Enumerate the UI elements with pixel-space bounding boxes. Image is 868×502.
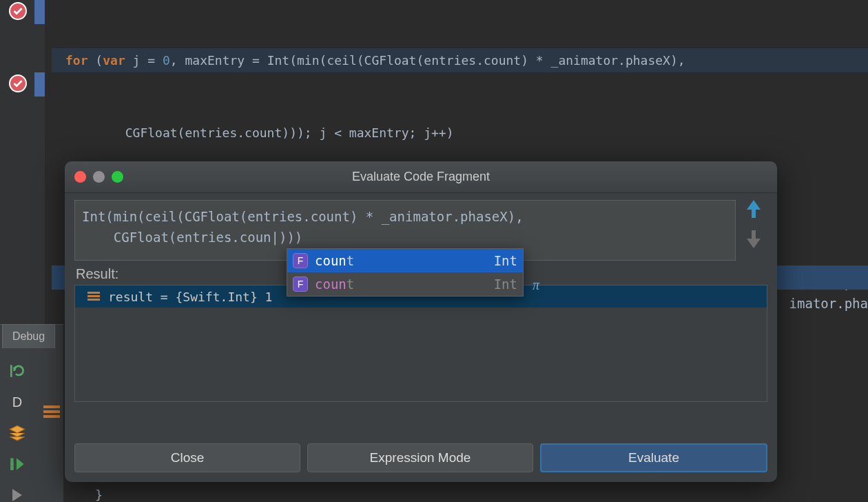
debug-toolbar: D xyxy=(0,354,34,502)
debug-icon[interactable]: D xyxy=(3,388,31,416)
expression-text: CGFloat(entries.coun|))) xyxy=(82,230,302,245)
field-badge-icon: F xyxy=(293,277,308,292)
autocomplete-type: Int xyxy=(494,277,517,292)
resume-icon[interactable] xyxy=(3,450,31,478)
dialog-titlebar[interactable]: Evaluate Code Fragment xyxy=(65,161,777,193)
expression-text: Int(min(ceil(CGFloat(entries.count) * _a… xyxy=(82,209,524,224)
rerun-icon[interactable] xyxy=(3,357,31,385)
editor-gutter xyxy=(0,0,38,324)
step-icon[interactable] xyxy=(3,481,31,502)
code-line: for (var j = 0, maxEntry = Int(min(ceil(… xyxy=(52,48,868,72)
evaluate-dialog: Evaluate Code Fragment Int(min(ceil(CGFl… xyxy=(65,161,777,482)
debug-panel: Debug D xyxy=(0,324,63,502)
frames-icon[interactable] xyxy=(43,405,60,418)
breakpoint-icon[interactable] xyxy=(9,2,27,20)
autocomplete-name: count xyxy=(315,253,354,268)
autocomplete-item[interactable]: F count Int xyxy=(287,272,523,296)
dialog-button-bar: Close Expression Mode Evaluate xyxy=(74,443,767,472)
evaluate-button[interactable]: Evaluate xyxy=(540,443,767,472)
autocomplete-name: count xyxy=(315,277,354,292)
svg-rect-2 xyxy=(10,467,13,470)
result-type-icon xyxy=(87,292,100,301)
result-text: result = {Swift.Int} 1 xyxy=(108,290,272,304)
field-badge-icon: F xyxy=(293,253,308,268)
history-prev-icon[interactable] xyxy=(747,200,761,218)
history-nav xyxy=(740,200,767,248)
history-next-icon[interactable] xyxy=(747,230,761,248)
expression-mode-button[interactable]: Expression Mode xyxy=(307,443,533,472)
result-panel: result = {Swift.Int} 1 xyxy=(74,285,767,402)
close-button[interactable]: Close xyxy=(74,443,300,472)
zoom-window-icon[interactable] xyxy=(112,171,123,183)
gutter-highlight xyxy=(34,72,45,97)
code-line: } xyxy=(52,483,868,502)
autocomplete-popup: F count Int F count Int π xyxy=(287,248,524,297)
autocomplete-type: Int xyxy=(494,253,517,268)
pi-icon[interactable]: π xyxy=(533,277,539,293)
autocomplete-item[interactable]: F count Int xyxy=(287,249,523,272)
svg-rect-1 xyxy=(10,463,13,465)
dialog-title: Evaluate Code Fragment xyxy=(65,170,777,184)
breakpoint-icon[interactable] xyxy=(9,74,27,92)
debug-tab[interactable]: Debug xyxy=(2,324,55,348)
window-controls xyxy=(74,171,123,183)
gutter-highlight xyxy=(34,0,45,24)
stack-icon[interactable] xyxy=(3,419,31,447)
code-line: CGFloat(entries.count))); j < maxEntry; … xyxy=(52,121,868,145)
debug-frames-strip xyxy=(40,354,63,502)
editor-selection-gutter xyxy=(34,0,45,324)
close-window-icon[interactable] xyxy=(74,171,86,183)
minimize-window-icon[interactable] xyxy=(93,171,105,183)
